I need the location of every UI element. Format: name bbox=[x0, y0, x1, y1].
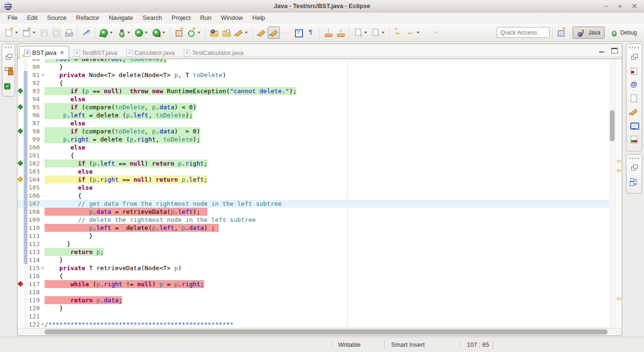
code-line[interactable]: 89 root = delete(root, toDelete); bbox=[18, 59, 609, 63]
toolbar-tray-down-button[interactable] bbox=[334, 26, 347, 39]
marker-gutter[interactable] bbox=[18, 192, 24, 200]
dropdown-chevron-icon[interactable] bbox=[434, 32, 437, 34]
dropdown-chevron-icon[interactable] bbox=[145, 32, 148, 34]
coverage-marker[interactable] bbox=[18, 127, 24, 135]
maximize-editor-icon[interactable] bbox=[610, 47, 618, 53]
code-line[interactable]: 91⊖ private Node<T> delete(Node<T> p, T … bbox=[18, 71, 609, 79]
vertical-scrollbar[interactable] bbox=[609, 59, 616, 328]
overview-ruler[interactable] bbox=[616, 59, 622, 328]
marker-gutter[interactable] bbox=[18, 151, 24, 159]
toolbar-back-button[interactable] bbox=[404, 26, 422, 39]
minimize-window-icon[interactable]: − bbox=[604, 0, 608, 12]
menu-navigate[interactable]: Navigate bbox=[104, 12, 138, 24]
marker-gutter[interactable] bbox=[18, 264, 24, 272]
code-line[interactable]: 90 } bbox=[18, 63, 609, 71]
editor-tab-calculator-java[interactable]: Calculator.java bbox=[122, 46, 179, 59]
marker-gutter[interactable] bbox=[18, 320, 24, 328]
code-line[interactable]: 115⊖ private T retrieveData(Node<T> p) bbox=[18, 264, 609, 272]
code-line[interactable]: 99 p.right = delete (p.right, toDelete); bbox=[18, 135, 609, 143]
dropdown-chevron-icon[interactable] bbox=[364, 32, 367, 34]
code-line[interactable]: 122⊖/***********************************… bbox=[18, 320, 609, 328]
toolbar-new-class-button[interactable] bbox=[185, 26, 203, 39]
dropdown-chevron-icon[interactable] bbox=[127, 32, 130, 34]
code-viewport[interactable]: 89 root = delete(root, toDelete);90 }91⊖… bbox=[18, 59, 609, 328]
annotations-view-icon[interactable] bbox=[629, 107, 639, 117]
marker-gutter[interactable] bbox=[18, 63, 24, 71]
rail-grip[interactable] bbox=[629, 46, 639, 49]
toolbar-pen-g-button[interactable] bbox=[255, 26, 268, 39]
marker-gutter[interactable] bbox=[18, 184, 24, 192]
code-line[interactable]: 92 { bbox=[18, 79, 609, 87]
dropdown-chevron-icon[interactable] bbox=[33, 32, 36, 34]
code-line[interactable]: 113 return p; bbox=[18, 248, 609, 256]
code-line[interactable]: 101 { bbox=[18, 151, 609, 159]
code-line[interactable]: 110 p.left = delete(p.left, p.data) ; bbox=[18, 224, 609, 232]
marker-gutter[interactable] bbox=[18, 312, 24, 320]
editor-tab-testbst-java[interactable]: TestBST.java bbox=[69, 46, 122, 59]
close-window-icon[interactable]: ✕ bbox=[631, 0, 637, 12]
toolbar-doc-up-button[interactable] bbox=[369, 26, 387, 39]
marker-gutter[interactable] bbox=[18, 119, 24, 127]
code-line[interactable]: 106 { bbox=[18, 192, 609, 200]
toolbar-last-edit-button[interactable] bbox=[392, 26, 404, 39]
code-line[interactable]: 121 bbox=[18, 312, 609, 320]
toolbar-run-last-button[interactable] bbox=[150, 26, 168, 39]
toolbar-show-whitespace-button[interactable] bbox=[304, 26, 317, 39]
code-line[interactable]: 94 else bbox=[18, 95, 609, 103]
marker-gutter[interactable] bbox=[18, 59, 24, 63]
menu-help[interactable]: Help bbox=[248, 12, 270, 24]
coverage-marker[interactable] bbox=[18, 176, 24, 184]
fold-collapse-icon[interactable]: ⊖ bbox=[41, 264, 45, 272]
declaration-view-icon[interactable] bbox=[629, 93, 639, 104]
junit-view-icon[interactable] bbox=[3, 79, 14, 90]
marker-gutter[interactable] bbox=[18, 79, 24, 87]
minimize-editor-icon[interactable] bbox=[598, 47, 606, 53]
window-restore-icon[interactable] bbox=[629, 163, 639, 173]
code-line[interactable]: 98 if (compare(toDelete, p.data) > 0) bbox=[18, 127, 609, 135]
marker-gutter[interactable] bbox=[18, 304, 24, 312]
code-line[interactable]: 114 } bbox=[18, 256, 609, 264]
coverage-marker[interactable] bbox=[18, 87, 24, 95]
menu-edit[interactable]: Edit bbox=[22, 12, 42, 24]
window-restore-icon[interactable] bbox=[3, 52, 14, 62]
code-line[interactable]: 96 p.left = delete (p.left, toDelete); bbox=[18, 111, 609, 119]
menu-source[interactable]: Source bbox=[42, 12, 71, 24]
fold-collapse-icon[interactable]: ⊖ bbox=[41, 320, 45, 328]
dropdown-chevron-icon[interactable] bbox=[110, 32, 113, 34]
code-line[interactable]: 117 while (p.right != null) p = p.right; bbox=[18, 280, 609, 288]
vertical-scrollbar-thumb[interactable] bbox=[610, 110, 615, 141]
marker-gutter[interactable] bbox=[18, 167, 24, 176]
code-line[interactable]: 105 else bbox=[18, 184, 609, 192]
horizontal-scrollbar[interactable] bbox=[18, 328, 622, 335]
menu-project[interactable]: Project bbox=[167, 12, 195, 24]
toolbar-new-java-project-button[interactable] bbox=[173, 26, 185, 39]
code-line[interactable]: 108 p.data = retrieveData(p.left); bbox=[18, 208, 609, 216]
code-line[interactable]: 95 if (compare(toDelete, p.data) < 0) bbox=[18, 103, 609, 111]
menu-window[interactable]: Window bbox=[216, 12, 248, 24]
marker-gutter[interactable] bbox=[18, 216, 24, 224]
menu-search[interactable]: Search bbox=[138, 12, 167, 24]
perspective-java-button[interactable]: Java bbox=[572, 26, 604, 39]
rail-grip[interactable] bbox=[629, 157, 639, 159]
code-line[interactable]: 102 if (p.left == null) return p.right; bbox=[18, 159, 609, 167]
maximize-window-icon[interactable]: + bbox=[618, 0, 622, 12]
editor-tab-testcalculator-java[interactable]: TestCalculator.java bbox=[179, 46, 248, 59]
code-line[interactable]: 118 bbox=[18, 288, 609, 296]
toolbar-new-wizard-button[interactable] bbox=[3, 26, 20, 39]
toolbar-pen-button[interactable] bbox=[233, 26, 250, 39]
dropdown-chevron-icon[interactable] bbox=[382, 32, 385, 34]
editor-tab-bst-java[interactable]: BST.java✕ bbox=[19, 46, 69, 59]
marker-gutter[interactable] bbox=[18, 272, 24, 280]
toolbar-mark-occurrences-button[interactable] bbox=[268, 26, 280, 39]
marker-gutter[interactable] bbox=[18, 95, 24, 103]
code-line[interactable]: 97 else bbox=[18, 119, 609, 127]
marker-gutter[interactable] bbox=[18, 288, 24, 296]
javadoc-view-icon[interactable] bbox=[629, 79, 639, 90]
toolbar-debug-button[interactable] bbox=[115, 26, 133, 39]
window-restore-icon[interactable] bbox=[629, 52, 639, 62]
marker-gutter[interactable] bbox=[18, 240, 24, 248]
code-line[interactable]: 116 { bbox=[18, 272, 609, 280]
rail-grip[interactable] bbox=[5, 46, 12, 49]
code-line[interactable]: 120 } bbox=[18, 304, 609, 312]
toolbar-format-block-button[interactable] bbox=[292, 26, 304, 39]
